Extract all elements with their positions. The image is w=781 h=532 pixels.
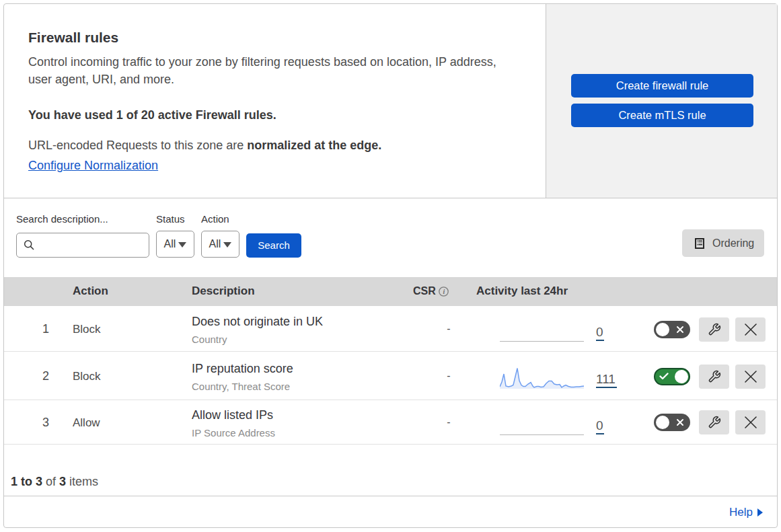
svg-text:i: i [443, 288, 445, 295]
